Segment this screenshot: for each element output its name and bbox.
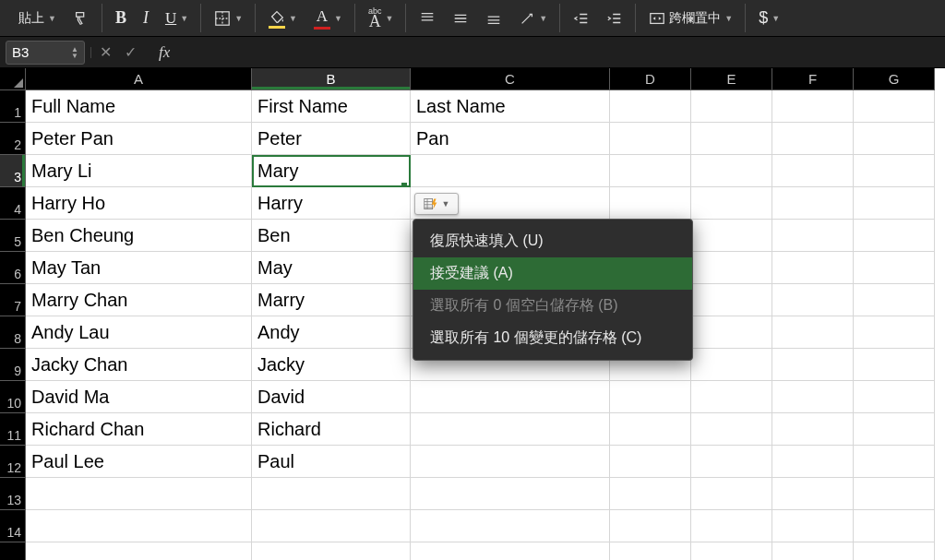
- cell-A10[interactable]: David Ma: [26, 381, 252, 413]
- cell-F4[interactable]: [772, 187, 854, 220]
- cell-C10[interactable]: [411, 381, 610, 413]
- cell-G6[interactable]: [854, 252, 935, 284]
- cell-E9[interactable]: [691, 349, 772, 381]
- cell-G7[interactable]: [854, 284, 935, 316]
- cell-F6[interactable]: [772, 252, 854, 284]
- cell-B9[interactable]: Jacky: [252, 349, 411, 381]
- decrease-indent-button[interactable]: [569, 8, 593, 29]
- cell-A6[interactable]: May Tan: [26, 252, 252, 284]
- cell-E3[interactable]: [691, 155, 772, 187]
- cell-E12[interactable]: [691, 446, 772, 478]
- cell-A9[interactable]: Jacky Chan: [26, 349, 252, 381]
- column-header-G[interactable]: G: [854, 68, 935, 90]
- column-header-E[interactable]: E: [691, 68, 772, 90]
- cell-G9[interactable]: [854, 349, 935, 381]
- cell-E7[interactable]: [691, 284, 772, 316]
- format-painter-button[interactable]: [69, 8, 93, 29]
- cell-A8[interactable]: Andy Lau: [26, 316, 252, 349]
- cell-F10[interactable]: [772, 381, 854, 413]
- cell-B3[interactable]: Mary: [252, 155, 411, 187]
- cell-A15[interactable]: [26, 542, 252, 560]
- cell-F9[interactable]: [772, 349, 854, 381]
- cell-A14[interactable]: [26, 510, 252, 542]
- insert-function-button[interactable]: fx: [159, 43, 170, 62]
- merge-center-button[interactable]: 跨欄置中 ▼: [645, 8, 736, 29]
- orientation-button[interactable]: ▼: [515, 8, 551, 29]
- row-header-6[interactable]: 6: [0, 252, 26, 284]
- bold-button[interactable]: B: [112, 6, 130, 30]
- cell-B4[interactable]: Harry: [252, 187, 411, 220]
- align-top-button[interactable]: [415, 8, 439, 29]
- cell-G4[interactable]: [854, 187, 935, 220]
- cell-A2[interactable]: Peter Pan: [26, 123, 252, 155]
- cell-G13[interactable]: [854, 478, 935, 510]
- cell-F11[interactable]: [772, 413, 854, 446]
- cell-F14[interactable]: [772, 510, 854, 542]
- cell-C14[interactable]: [411, 510, 610, 542]
- cell-C2[interactable]: Pan: [411, 123, 610, 155]
- cell-F12[interactable]: [772, 446, 854, 478]
- cell-G12[interactable]: [854, 446, 935, 478]
- cell-G10[interactable]: [854, 381, 935, 413]
- row-header-5[interactable]: 5: [0, 220, 26, 252]
- cell-E15[interactable]: [691, 542, 772, 560]
- row-header-10[interactable]: 10: [0, 381, 26, 413]
- cell-D12[interactable]: [610, 446, 691, 478]
- formula-input[interactable]: [186, 41, 945, 65]
- cell-F5[interactable]: [772, 220, 854, 252]
- cell-A7[interactable]: Marry Chan: [26, 284, 252, 316]
- flash-fill-smart-tag[interactable]: ▼: [414, 193, 459, 215]
- cell-B8[interactable]: Andy: [252, 316, 411, 349]
- name-box-stepper[interactable]: ▲▼: [71, 46, 78, 59]
- cell-A5[interactable]: Ben Cheung: [26, 220, 252, 252]
- currency-format-button[interactable]: $ ▼: [755, 6, 784, 30]
- cell-A3[interactable]: Mary Li: [26, 155, 252, 187]
- align-bottom-button[interactable]: [482, 8, 506, 29]
- cell-G5[interactable]: [854, 220, 935, 252]
- cell-C15[interactable]: [411, 542, 610, 560]
- cell-E2[interactable]: [691, 123, 772, 155]
- name-box[interactable]: B3 ▲▼: [6, 41, 85, 65]
- ctx-menu-item-0[interactable]: 復原快速填入 (U): [413, 225, 692, 257]
- row-header-3[interactable]: 3: [0, 155, 26, 187]
- cell-F13[interactable]: [772, 478, 854, 510]
- column-header-C[interactable]: C: [411, 68, 610, 90]
- cell-F3[interactable]: [772, 155, 854, 187]
- cell-E10[interactable]: [691, 381, 772, 413]
- row-header-2[interactable]: 2: [0, 123, 26, 155]
- borders-button[interactable]: ▼: [210, 8, 246, 29]
- cell-D4[interactable]: [610, 187, 691, 220]
- row-header-8[interactable]: 8: [0, 316, 26, 349]
- cell-E11[interactable]: [691, 413, 772, 446]
- cell-F2[interactable]: [772, 123, 854, 155]
- cell-E5[interactable]: [691, 220, 772, 252]
- italic-button[interactable]: I: [139, 6, 152, 30]
- fill-color-button[interactable]: ▼: [265, 6, 301, 30]
- cell-G14[interactable]: [854, 510, 935, 542]
- row-header-14[interactable]: 14: [0, 510, 26, 542]
- cell-A13[interactable]: [26, 478, 252, 510]
- cell-C12[interactable]: [411, 446, 610, 478]
- cell-D1[interactable]: [610, 90, 691, 123]
- cell-C11[interactable]: [411, 413, 610, 446]
- cell-D15[interactable]: [610, 542, 691, 560]
- paste-button[interactable]: 貼上 ▼: [15, 8, 60, 29]
- cell-G1[interactable]: [854, 90, 935, 123]
- cell-G3[interactable]: [854, 155, 935, 187]
- cell-D11[interactable]: [610, 413, 691, 446]
- column-header-F[interactable]: F: [772, 68, 854, 90]
- cell-E8[interactable]: [691, 316, 772, 349]
- underline-button[interactable]: U▼: [161, 7, 192, 30]
- row-header-15[interactable]: 15: [0, 542, 26, 560]
- column-header-D[interactable]: D: [610, 68, 691, 90]
- row-header-11[interactable]: 11: [0, 413, 26, 446]
- cell-E13[interactable]: [691, 478, 772, 510]
- ctx-menu-item-3[interactable]: 選取所有 10 個變更的儲存格 (C): [413, 322, 692, 354]
- cell-C3[interactable]: [411, 155, 610, 187]
- cell-A12[interactable]: Paul Lee: [26, 446, 252, 478]
- cell-B14[interactable]: [252, 510, 411, 542]
- row-header-1[interactable]: 1: [0, 90, 26, 123]
- ctx-menu-item-1[interactable]: 接受建議 (A): [413, 257, 692, 290]
- cell-D13[interactable]: [610, 478, 691, 510]
- cell-A1[interactable]: Full Name: [26, 90, 252, 123]
